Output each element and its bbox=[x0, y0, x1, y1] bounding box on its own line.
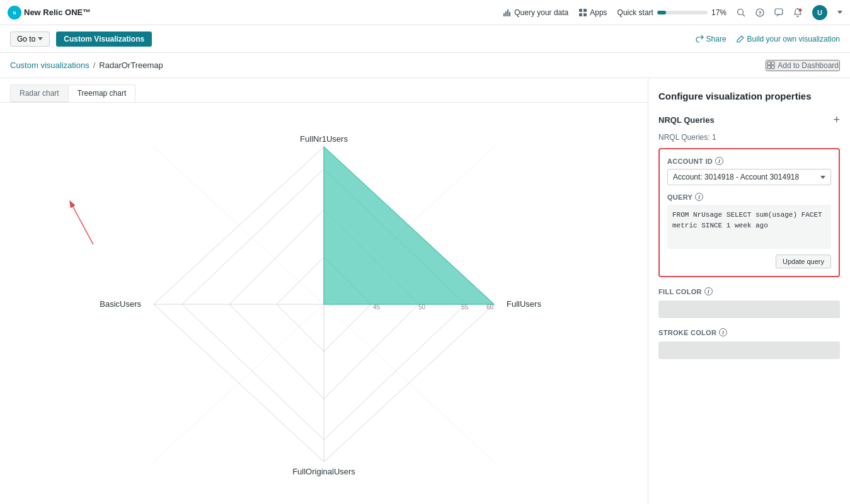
chart-tabs: Radar chart Treemap chart bbox=[0, 78, 648, 103]
quick-start-label: Quick start bbox=[617, 8, 653, 17]
custom-viz-label: Custom Visualizations bbox=[64, 35, 144, 43]
secondary-nav: Go to Custom Visualizations Share Build … bbox=[0, 25, 850, 53]
chat-icon[interactable] bbox=[774, 8, 783, 17]
add-query-button[interactable]: + bbox=[833, 114, 840, 125]
fill-color-label: Fill color i bbox=[658, 287, 840, 295]
stroke-color-input[interactable] bbox=[658, 341, 840, 359]
fill-color-info-icon[interactable]: i bbox=[704, 287, 713, 295]
share-icon bbox=[696, 35, 704, 43]
account-id-info-icon[interactable]: i bbox=[715, 157, 723, 165]
svg-text:50: 50 bbox=[418, 304, 426, 311]
svg-text:FullNr1Users: FullNr1Users bbox=[300, 134, 348, 144]
svg-rect-5 bbox=[509, 12, 510, 16]
nrql-section-header: NRQL Queries + bbox=[658, 114, 840, 125]
svg-rect-20 bbox=[771, 66, 774, 69]
progress-fill bbox=[657, 11, 666, 14]
svg-rect-4 bbox=[507, 9, 508, 16]
help-icon[interactable]: ? bbox=[755, 8, 764, 17]
query-textarea[interactable]: FROM NrUsage SELECT sum(usage) FACET met… bbox=[667, 205, 831, 249]
app-name: New Relic ONE™ bbox=[24, 8, 91, 17]
add-dashboard-label: Add to Dashboard bbox=[778, 61, 839, 70]
fill-color-input[interactable] bbox=[658, 301, 840, 318]
add-to-dashboard-button[interactable]: Add to Dashboard bbox=[766, 60, 840, 71]
svg-rect-14 bbox=[775, 9, 783, 14]
radar-chart-svg: 45 50 55 60 FullNr1Users FullUsers FullO… bbox=[78, 109, 570, 500]
top-nav: N New Relic ONE™ Query your data Apps bbox=[0, 0, 850, 25]
stroke-color-info-icon[interactable]: i bbox=[719, 328, 727, 336]
bell-icon[interactable] bbox=[793, 8, 802, 17]
secondary-nav-left: Go to Custom Visualizations bbox=[10, 32, 152, 47]
right-panel: Configure visualization properties NRQL … bbox=[648, 78, 850, 504]
chart-icon bbox=[503, 8, 512, 17]
query-your-data-link[interactable]: Query your data bbox=[503, 8, 568, 17]
account-id-label: Account ID i bbox=[667, 157, 831, 165]
breadcrumb-separator: / bbox=[93, 60, 96, 70]
update-query-button[interactable]: Update query bbox=[776, 255, 831, 268]
query-label: Query i bbox=[667, 193, 831, 201]
breadcrumb-parent-link[interactable]: Custom visualizations bbox=[10, 60, 89, 70]
share-button[interactable]: Share bbox=[696, 35, 727, 43]
svg-rect-7 bbox=[583, 9, 587, 12]
main-layout: Radar chart Treemap chart bbox=[0, 78, 850, 504]
svg-rect-9 bbox=[583, 13, 587, 16]
update-query-row: Update query bbox=[667, 255, 831, 268]
chart-content: 45 50 55 60 FullNr1Users FullUsers FullO… bbox=[0, 109, 648, 504]
apps-link[interactable]: Apps bbox=[578, 8, 607, 17]
svg-text:55: 55 bbox=[461, 304, 469, 311]
chart-area: Radar chart Treemap chart bbox=[0, 78, 648, 504]
svg-text:FullOriginalUsers: FullOriginalUsers bbox=[292, 467, 355, 476]
tab-radar-chart[interactable]: Radar chart bbox=[10, 84, 69, 102]
apps-icon bbox=[578, 8, 587, 17]
secondary-nav-right: Share Build your own visualization bbox=[696, 35, 840, 43]
svg-rect-18 bbox=[771, 62, 774, 65]
breadcrumb-current: RadarOrTreemap bbox=[99, 60, 163, 70]
go-to-chevron-icon bbox=[38, 37, 43, 40]
stroke-color-section: Stroke color i bbox=[658, 328, 840, 359]
fill-color-section: Fill color i bbox=[658, 287, 840, 318]
svg-rect-17 bbox=[767, 62, 771, 65]
svg-text:60: 60 bbox=[486, 304, 494, 311]
quick-start-progress[interactable]: Quick start 17% bbox=[617, 8, 727, 17]
query-info-icon[interactable]: i bbox=[695, 193, 703, 201]
custom-visualizations-button[interactable]: Custom Visualizations bbox=[56, 32, 152, 47]
top-nav-right: Query your data Apps Quick start 17% ? bbox=[503, 5, 842, 20]
avatar[interactable]: U bbox=[812, 5, 827, 20]
search-icon[interactable] bbox=[737, 8, 745, 17]
svg-rect-8 bbox=[579, 13, 582, 16]
queries-count: NRQL Queries: 1 bbox=[658, 133, 840, 142]
build-viz-icon bbox=[737, 35, 745, 43]
svg-text:FullUsers: FullUsers bbox=[507, 299, 541, 309]
svg-text:45: 45 bbox=[373, 304, 381, 311]
svg-rect-2 bbox=[503, 13, 505, 16]
svg-text:?: ? bbox=[758, 10, 762, 16]
breadcrumb-bar: Custom visualizations / RadarOrTreemap A… bbox=[0, 53, 850, 78]
svg-line-11 bbox=[743, 14, 745, 16]
svg-point-15 bbox=[797, 8, 798, 9]
svg-point-16 bbox=[799, 8, 802, 11]
panel-title: Configure visualization properties bbox=[658, 91, 840, 101]
svg-rect-3 bbox=[505, 11, 507, 16]
chevron-down-icon[interactable] bbox=[837, 11, 842, 14]
tab-treemap-chart[interactable]: Treemap chart bbox=[68, 84, 136, 102]
svg-text:BasicUsers: BasicUsers bbox=[100, 299, 141, 309]
query-data-label: Query your data bbox=[514, 8, 568, 17]
go-to-button[interactable]: Go to bbox=[10, 32, 50, 47]
nr-logo: N New Relic ONE™ bbox=[8, 6, 91, 20]
go-to-label: Go to bbox=[17, 35, 35, 43]
top-nav-left: N New Relic ONE™ bbox=[8, 6, 91, 20]
breadcrumb: Custom visualizations / RadarOrTreemap bbox=[10, 60, 163, 70]
dashboard-icon bbox=[767, 61, 775, 69]
query-card: Account ID i Account: 3014918 - Account … bbox=[658, 148, 840, 277]
progress-track bbox=[657, 11, 708, 14]
svg-rect-6 bbox=[579, 9, 582, 12]
nrql-section-title: NRQL Queries bbox=[658, 115, 715, 125]
nr-logo-icon: N bbox=[8, 6, 21, 20]
build-viz-button[interactable]: Build your own visualization bbox=[737, 35, 840, 43]
build-viz-label: Build your own visualization bbox=[747, 35, 840, 43]
stroke-color-label: Stroke color i bbox=[658, 328, 840, 336]
share-label: Share bbox=[706, 35, 727, 43]
progress-pct: 17% bbox=[711, 8, 727, 17]
svg-rect-19 bbox=[767, 66, 771, 69]
svg-marker-33 bbox=[324, 147, 494, 304]
account-select[interactable]: Account: 3014918 - Account 3014918 bbox=[667, 169, 831, 185]
